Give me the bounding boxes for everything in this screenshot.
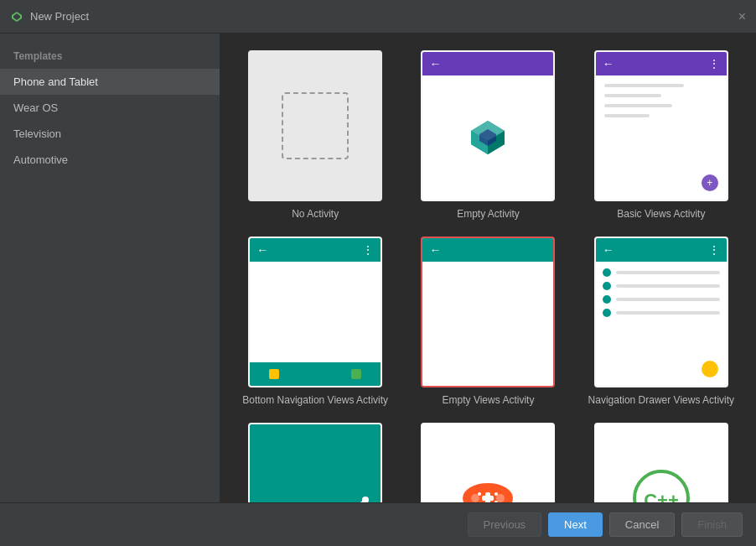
template-card-nav-drawer: ← ⋮ [594,237,728,387]
template-label-empty-views: Empty Views Activity [443,394,535,406]
phone-header-basic-views: ← ⋮ [596,52,727,75]
cancel-button[interactable]: Cancel [609,512,675,537]
title-bar: New Project × [0,0,756,34]
template-card-empty-views: ← [421,237,555,387]
svg-point-9 [471,494,479,502]
nav-item-1 [253,369,294,379]
template-empty-views-activity[interactable]: ← Empty Views Activity [410,237,566,406]
template-card-bottom-nav: ← ⋮ [248,237,382,387]
nav-item-3 [336,369,377,379]
template-empty-activity[interactable]: ← Empty Activity [410,50,566,220]
main-content: Templates Phone and Tablet Wear OS Telev… [0,34,756,502]
phone-body-empty-views [422,262,553,386]
footer: Previous Next Cancel Finish [0,502,756,546]
phone-mockup-bottom-nav: ← ⋮ [250,238,381,386]
sidebar-item-television[interactable]: Television [0,121,220,147]
finish-button[interactable]: Finish [681,512,743,537]
sidebar-item-wear-os[interactable]: Wear OS [0,95,220,121]
phone-mockup-empty-views: ← [422,238,553,386]
phone-header-empty-views: ← [422,238,553,262]
template-compose-activity[interactable]: Compose Activity [237,423,393,502]
svg-point-14 [495,492,498,496]
back-arrow-icon: ← [429,243,441,257]
back-arrow-icon: ← [603,243,614,257]
template-card-empty-activity: ← [421,50,555,201]
next-button[interactable]: Next [548,512,603,537]
drawer-row-4 [603,309,720,317]
phone-body-bottom-nav [250,262,381,386]
drawer-row-2 [603,282,720,290]
chart-graph [298,496,374,502]
svg-point-13 [478,492,481,496]
gamepad-icon [458,477,517,502]
overflow-icon: ⋮ [708,243,720,257]
template-game-activity[interactable]: Game Activity [410,423,566,502]
phone-header-nav-drawer: ← ⋮ [596,238,727,262]
drawer-row-1 [603,268,720,277]
bottom-nav-bar [250,362,381,386]
cpp-icon: C++ [628,469,695,502]
svg-point-10 [496,494,505,502]
sidebar-item-automotive[interactable]: Automotive [0,147,220,173]
overflow-icon: ⋮ [708,57,720,70]
template-card-no-activity [248,50,382,201]
phone-header-bottom-nav: ← ⋮ [250,238,381,262]
sidebar-item-phone-tablet[interactable]: Phone and Tablet [0,69,220,95]
template-label-basic-views: Basic Views Activity [617,208,705,220]
template-label-bottom-nav: Bottom Navigation Views Activity [242,394,388,406]
template-basic-views-activity[interactable]: ← ⋮ + B [583,50,739,220]
svg-text:C++: C++ [644,490,679,502]
content-area: No Activity ← [220,34,756,502]
svg-point-7 [362,497,369,502]
phone-mockup-empty-activity: ← [422,52,553,200]
previous-button[interactable]: Previous [468,512,542,537]
phone-body-basic-views: + [596,75,727,200]
nav-item-2 [294,369,335,379]
template-label-empty-activity: Empty Activity [457,208,520,220]
window-title: New Project [30,10,89,23]
phone-body-empty-activity [422,75,553,200]
chart-card [250,424,381,502]
template-card-basic-views: ← ⋮ + [594,50,728,201]
dashed-placeholder [282,92,349,159]
template-nav-drawer-views[interactable]: ← ⋮ [583,237,739,406]
template-card-compose [248,423,382,502]
phone-body-nav-drawer [596,262,727,386]
back-arrow-icon: ← [603,57,614,70]
template-native-cpp[interactable]: C++ Native C++ [583,423,739,502]
drawer-row-3 [603,295,720,304]
phone-header-empty-activity: ← [422,52,553,75]
phone-mockup-basic-views: ← ⋮ + [596,52,727,200]
template-label-no-activity: No Activity [292,208,339,220]
back-arrow-icon: ← [429,57,441,70]
drawer-fab-icon [702,361,718,377]
overflow-icon: ⋮ [362,243,374,257]
template-no-activity[interactable]: No Activity [237,50,393,220]
phone-mockup-nav-drawer: ← ⋮ [596,238,727,386]
template-card-game [421,423,555,502]
drawer-list [596,262,727,329]
sidebar-section-label: Templates [0,40,220,69]
back-arrow-icon: ← [256,243,268,257]
templates-grid: No Activity ← [237,50,739,502]
sidebar: Templates Phone and Tablet Wear OS Telev… [0,34,220,502]
close-button[interactable]: × [738,9,746,24]
app-icon [10,10,23,23]
svg-rect-12 [482,496,494,501]
fab-icon: + [702,174,718,191]
template-bottom-nav-views[interactable]: ← ⋮ [237,237,393,406]
template-label-nav-drawer: Navigation Drawer Views Activity [588,394,735,406]
template-card-cpp: C++ [594,423,728,502]
cube-icon [467,117,509,159]
